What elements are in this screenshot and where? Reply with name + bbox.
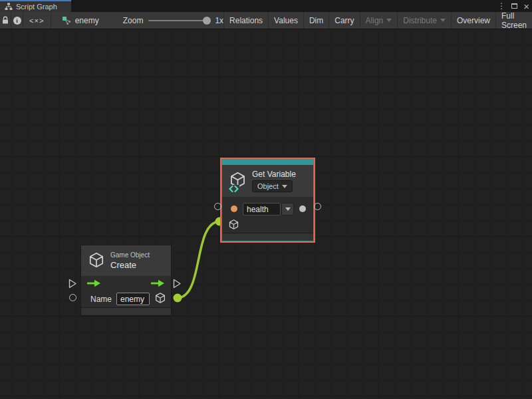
node-footer: [81, 307, 171, 315]
relations-button[interactable]: Relations: [223, 12, 269, 29]
distribute-dropdown-button[interactable]: Distribute: [398, 12, 452, 29]
chevron-down-icon: [386, 19, 392, 22]
title-bar: Script Graph ⋮ ×: [0, 0, 532, 12]
tab-label: Script Graph: [16, 3, 57, 11]
graph-asset-icon: [62, 16, 71, 25]
node-category: Game Object: [110, 251, 150, 259]
variable-node-accent-bar: [222, 160, 313, 165]
carry-button[interactable]: Carry: [329, 12, 360, 29]
external-value-input-port[interactable]: [69, 294, 76, 301]
node-title: Create: [110, 260, 150, 270]
flow-output-arrow-icon[interactable]: [151, 279, 165, 287]
script-graph-window: Script Graph ⋮ × i <×>: [0, 0, 532, 399]
flow-ports-row: [81, 276, 171, 291]
code-brackets-icon: [228, 185, 239, 192]
zoom-control: Zoom 1x: [99, 12, 223, 29]
zoom-slider-handle[interactable]: [203, 17, 211, 25]
toolbar-buttons: Relations Values Dim Carry Align Distrib…: [223, 12, 532, 29]
info-icon: i: [13, 17, 21, 25]
game-object-cube-icon: [88, 251, 105, 271]
code-icon: <×>: [29, 17, 44, 25]
maximize-icon[interactable]: [511, 3, 517, 9]
chevron-down-icon: [440, 19, 446, 22]
name-input-field[interactable]: [116, 293, 150, 305]
external-output-port[interactable]: [314, 203, 321, 210]
breadcrumb[interactable]: enemy: [51, 12, 99, 29]
create-header[interactable]: Game Object Create: [81, 245, 171, 276]
window-menu-icon[interactable]: ⋮: [497, 2, 505, 10]
wire-source-port[interactable]: [174, 294, 182, 303]
graph-toolbar: i <×> enemy Zoom 1x Relations Values Dim: [0, 12, 532, 29]
chevron-down-icon: [285, 207, 291, 211]
lock-button[interactable]: [0, 12, 11, 29]
external-input-port[interactable]: [214, 203, 221, 210]
node-create-game-object[interactable]: Game Object Create: [80, 245, 172, 316]
game-object-output-cube-icon[interactable]: [154, 292, 166, 306]
param-label: Name: [90, 295, 112, 304]
graph-canvas[interactable]: Get Variable Object: [0, 29, 532, 399]
values-button[interactable]: Values: [269, 12, 304, 29]
external-flow-output-port[interactable]: [173, 279, 182, 289]
chevron-down-icon: [282, 185, 287, 188]
variable-cube-icon: [229, 171, 247, 191]
lock-icon: [1, 16, 9, 25]
window-controls: ⋮ ×: [497, 0, 529, 12]
value-output-port[interactable]: [299, 205, 306, 212]
graph-hierarchy-icon: [5, 3, 13, 11]
info-button[interactable]: i: [11, 12, 23, 29]
graph-name: enemy: [75, 16, 99, 25]
zoom-label: Zoom: [123, 16, 144, 25]
variable-name-field[interactable]: [243, 203, 281, 215]
tab-script-graph[interactable]: Script Graph: [0, 0, 71, 12]
name-parameter-row: Name: [81, 291, 171, 307]
zoom-slider[interactable]: [148, 20, 209, 21]
node-footer: [222, 233, 313, 241]
code-preview-button[interactable]: <×>: [23, 12, 51, 29]
object-input-cube-icon[interactable]: [228, 219, 239, 232]
node-get-variable[interactable]: Get Variable Object: [221, 159, 314, 241]
node-title: Get Variable: [252, 170, 296, 179]
align-dropdown-button[interactable]: Align: [360, 12, 398, 29]
external-flow-input-port[interactable]: [68, 279, 77, 289]
flow-input-arrow-icon[interactable]: [87, 279, 101, 287]
overview-button[interactable]: Overview: [452, 12, 496, 29]
get-variable-header[interactable]: Get Variable Object: [222, 165, 313, 197]
dim-button[interactable]: Dim: [304, 12, 329, 29]
zoom-value: 1x: [215, 16, 223, 25]
full-screen-button[interactable]: Full Screen: [496, 12, 532, 29]
variable-scope-dropdown[interactable]: Object: [252, 180, 293, 192]
name-value-port[interactable]: [231, 205, 237, 212]
get-variable-body: [222, 197, 313, 233]
close-icon[interactable]: ×: [523, 1, 529, 11]
variable-picker-dropdown[interactable]: [281, 203, 294, 215]
